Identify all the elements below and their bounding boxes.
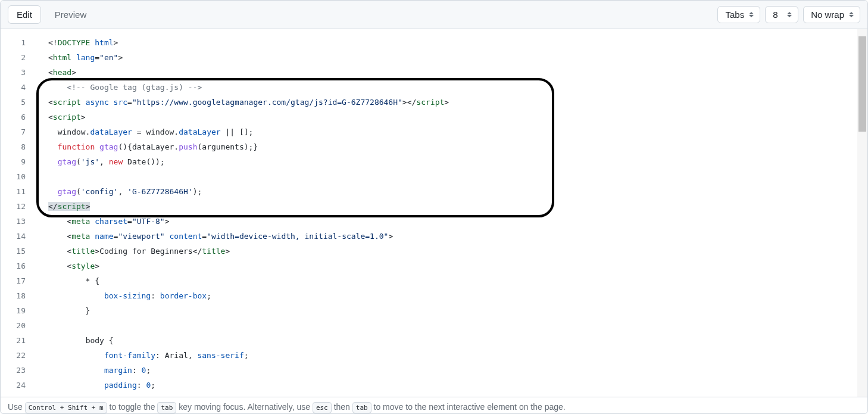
- code-line[interactable]: * {: [48, 273, 867, 288]
- code-line[interactable]: <meta name="viewport" content="width=dev…: [48, 229, 867, 244]
- code-line[interactable]: body {: [48, 333, 867, 348]
- line-number: 4: [1, 80, 36, 95]
- code-line[interactable]: margin: 0;: [48, 363, 867, 378]
- line-number: 19: [1, 303, 36, 318]
- code-line[interactable]: <script async src="https://www.googletag…: [48, 95, 867, 110]
- indent-size-select[interactable]: 8: [765, 6, 798, 23]
- footer-text: to move to the next interactive element …: [371, 402, 566, 412]
- code-line[interactable]: <meta charset="UTF-8">: [48, 214, 867, 229]
- scrollbar-thumb[interactable]: [858, 36, 866, 132]
- preview-tab[interactable]: Preview: [46, 5, 95, 24]
- code-line[interactable]: <head>: [48, 65, 867, 80]
- code-line[interactable]: window.dataLayer = window.dataLayer || […: [48, 124, 867, 139]
- line-number: 21: [1, 333, 36, 348]
- code-area[interactable]: <!DOCTYPE html><html lang="en"><head> <!…: [36, 29, 867, 397]
- editor-footer-hint: Use Control + Shift + m to toggle the ta…: [1, 397, 867, 413]
- line-number: 8: [1, 139, 36, 154]
- line-number: 5: [1, 95, 36, 110]
- line-number: 20: [1, 318, 36, 333]
- scrollbar-track[interactable]: [857, 29, 867, 397]
- edit-tab[interactable]: Edit: [8, 5, 41, 24]
- kbd-tab: tab: [157, 402, 176, 413]
- kbd-esc: esc: [313, 402, 332, 413]
- code-line[interactable]: gtag('js', new Date());: [48, 154, 867, 169]
- footer-text: then: [332, 402, 352, 412]
- sort-caret-icon: [849, 11, 855, 18]
- code-line[interactable]: <title>Coding for Beginners</title>: [48, 244, 867, 259]
- code-line[interactable]: padding: 0;: [48, 378, 867, 393]
- indent-mode-value: Tabs: [725, 10, 744, 20]
- code-line[interactable]: [48, 169, 867, 184]
- code-line[interactable]: </script>: [48, 199, 867, 214]
- wrap-mode-value: No wrap: [811, 10, 844, 20]
- code-line[interactable]: <html lang="en">: [48, 50, 867, 65]
- line-number: 13: [1, 214, 36, 229]
- line-number: 2: [1, 50, 36, 65]
- code-line[interactable]: <!-- Google tag (gtag.js) -->: [48, 80, 867, 95]
- line-number: 9: [1, 154, 36, 169]
- line-number: 23: [1, 363, 36, 378]
- kbd-tab: tab: [352, 402, 371, 413]
- code-line[interactable]: }: [48, 303, 867, 318]
- wrap-mode-select[interactable]: No wrap: [803, 6, 860, 23]
- line-number: 16: [1, 259, 36, 273]
- kbd-toggle: Control + Shift + m: [25, 402, 107, 413]
- code-line[interactable]: <style>: [48, 259, 867, 273]
- indent-size-value: 8: [773, 10, 778, 20]
- toolbar-left: Edit Preview: [8, 5, 95, 24]
- code-line[interactable]: function gtag(){dataLayer.push(arguments…: [48, 139, 867, 154]
- line-number-gutter: 123456789101112131415161718192021222324: [1, 29, 36, 397]
- line-number: 15: [1, 244, 36, 259]
- code-line[interactable]: <script>: [48, 110, 867, 124]
- sort-caret-icon: [787, 11, 793, 18]
- line-number: 7: [1, 124, 36, 139]
- line-number: 14: [1, 229, 36, 244]
- line-number: 24: [1, 378, 36, 393]
- code-line[interactable]: <!DOCTYPE html>: [48, 35, 867, 50]
- line-number: 22: [1, 348, 36, 363]
- line-number: 11: [1, 184, 36, 199]
- editor-container: Edit Preview Tabs 8 No wrap: [0, 0, 868, 414]
- footer-text: Use: [8, 402, 25, 412]
- line-number: 6: [1, 110, 36, 124]
- line-number: 12: [1, 199, 36, 214]
- line-number: 3: [1, 65, 36, 80]
- code-line[interactable]: box-sizing: border-box;: [48, 288, 867, 303]
- editor-body[interactable]: 123456789101112131415161718192021222324 …: [1, 29, 867, 397]
- line-number: 10: [1, 169, 36, 184]
- line-number: 18: [1, 288, 36, 303]
- code-line[interactable]: gtag('config', 'G-6Z7728646H');: [48, 184, 867, 199]
- code-line[interactable]: [48, 318, 867, 333]
- line-number: 1: [1, 35, 36, 50]
- indent-mode-select[interactable]: Tabs: [717, 6, 760, 23]
- footer-text: key moving focus. Alternatively, use: [176, 402, 313, 412]
- editor-toolbar: Edit Preview Tabs 8 No wrap: [1, 1, 867, 29]
- line-number: 17: [1, 273, 36, 288]
- sort-caret-icon: [749, 11, 755, 18]
- toolbar-right: Tabs 8 No wrap: [717, 6, 860, 23]
- footer-text: to toggle the: [107, 402, 158, 412]
- code-line[interactable]: font-family: Arial, sans-serif;: [48, 348, 867, 363]
